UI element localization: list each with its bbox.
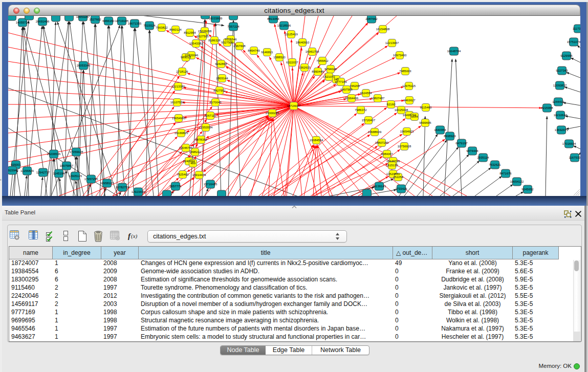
- svg-text:12093837: 12093837: [553, 84, 567, 87]
- svg-text:3624554: 3624554: [360, 92, 372, 95]
- svg-text:12213967: 12213967: [385, 41, 399, 45]
- svg-text:9115460: 9115460: [420, 106, 432, 109]
- svg-text:10958107: 10958107: [100, 182, 114, 185]
- svg-text:12353594: 12353594: [199, 126, 213, 129]
- svg-text:7485003: 7485003: [399, 70, 411, 73]
- svg-text:16782759: 16782759: [116, 186, 129, 189]
- svg-text:16033809: 16033809: [209, 17, 223, 20]
- svg-text:10719185: 10719185: [115, 19, 129, 23]
- svg-text:10654122: 10654122: [510, 180, 524, 183]
- svg-text:10046786: 10046786: [179, 146, 193, 149]
- svg-text:10973493: 10973493: [393, 54, 407, 57]
- svg-text:9474444: 9474444: [466, 149, 478, 152]
- svg-text:18724007: 18724007: [287, 104, 301, 107]
- svg-text:12923446: 12923446: [132, 190, 145, 193]
- svg-text:9146821: 9146821: [261, 51, 273, 54]
- svg-text:13692971: 13692971: [555, 128, 569, 132]
- svg-text:489: 489: [190, 162, 196, 165]
- svg-text:935001: 935001: [11, 163, 21, 166]
- svg-text:16671355: 16671355: [128, 22, 142, 25]
- svg-text:1615132: 1615132: [386, 164, 398, 167]
- svg-text:23300265: 23300265: [266, 112, 279, 115]
- svg-text:3267110: 3267110: [205, 114, 217, 117]
- svg-text:10807487: 10807487: [371, 97, 385, 100]
- svg-text:10688609: 10688609: [368, 130, 382, 134]
- svg-text:746266: 746266: [350, 84, 360, 87]
- svg-text:16107553: 16107553: [170, 101, 184, 104]
- svg-text:9242848: 9242848: [215, 62, 227, 65]
- svg-text:19384554: 19384554: [310, 139, 323, 142]
- svg-text:4170046: 4170046: [209, 101, 222, 104]
- svg-text:6497568: 6497568: [340, 88, 353, 91]
- svg-text:7357224: 7357224: [227, 25, 239, 28]
- svg-text:16648784: 16648784: [447, 50, 461, 53]
- svg-text:9657771: 9657771: [169, 185, 182, 188]
- svg-text:16961758: 16961758: [306, 50, 319, 53]
- svg-text:1640954: 1640954: [434, 128, 446, 132]
- svg-text:9245652: 9245652: [521, 188, 534, 191]
- svg-text:20364436: 20364436: [345, 97, 359, 100]
- svg-text:20691406: 20691406: [36, 20, 50, 23]
- svg-text:8215958: 8215958: [541, 106, 553, 110]
- svg-text:1145194: 1145194: [53, 172, 66, 175]
- svg-text:(x): (x): [131, 233, 138, 239]
- svg-text:7986372: 7986372: [355, 108, 367, 112]
- svg-text:15720407: 15720407: [362, 119, 376, 122]
- svg-text:8938923: 8938923: [444, 135, 456, 138]
- svg-text:16914479: 16914479: [192, 173, 206, 177]
- svg-text:9544: 9544: [411, 115, 418, 118]
- svg-text:2087662: 2087662: [365, 17, 378, 20]
- svg-text:15716485: 15716485: [204, 183, 217, 186]
- svg-text:252254: 252254: [393, 176, 404, 179]
- svg-text:10543382: 10543382: [189, 42, 203, 45]
- svg-text:16154808: 16154808: [376, 28, 390, 31]
- svg-text:1117347: 1117347: [573, 27, 580, 30]
- svg-text:8454749: 8454749: [248, 49, 260, 52]
- svg-text:7632621: 7632621: [489, 163, 501, 166]
- svg-text:1562615: 1562615: [298, 66, 311, 69]
- svg-text:17957255: 17957255: [84, 178, 98, 181]
- svg-text:1244419: 1244419: [552, 100, 564, 103]
- svg-text:10653287: 10653287: [76, 16, 90, 18]
- svg-text:8912954: 8912954: [184, 31, 196, 34]
- svg-text:8813054: 8813054: [267, 17, 279, 20]
- svg-text:16120746: 16120746: [386, 160, 400, 163]
- svg-text:17359928: 17359928: [70, 150, 83, 154]
- svg-text:12942737: 12942737: [36, 171, 50, 174]
- svg-text:6794028: 6794028: [324, 68, 337, 71]
- svg-text:20053346: 20053346: [77, 64, 91, 67]
- svg-text:10025438: 10025438: [395, 108, 408, 112]
- svg-text:9327505: 9327505: [197, 35, 209, 38]
- svg-text:17016504: 17016504: [562, 142, 576, 145]
- svg-text:2803144: 2803144: [216, 77, 228, 80]
- svg-text:6322037: 6322037: [286, 61, 298, 64]
- svg-text:62160: 62160: [387, 103, 396, 106]
- svg-text:9129996: 9129996: [560, 54, 573, 57]
- svg-text:9777169: 9777169: [335, 80, 347, 83]
- svg-text:12975115: 12975115: [402, 84, 416, 87]
- svg-text:2718126: 2718126: [176, 70, 188, 73]
- svg-text:16210643: 16210643: [554, 114, 568, 117]
- svg-text:1588520: 1588520: [273, 56, 286, 59]
- svg-text:6466160: 6466160: [102, 19, 115, 23]
- svg-text:12905115: 12905115: [69, 174, 82, 178]
- svg-text:19218506: 19218506: [277, 24, 291, 27]
- svg-text:9699695: 9699695: [419, 121, 431, 124]
- svg-text:9327508: 9327508: [221, 41, 233, 44]
- svg-text:10756928: 10756928: [398, 145, 411, 148]
- svg-text:3498222: 3498222: [189, 150, 201, 154]
- svg-text:19654923: 19654923: [400, 130, 414, 133]
- svg-text:8660124: 8660124: [169, 28, 182, 31]
- svg-text:6479197: 6479197: [455, 142, 468, 145]
- svg-text:15751074: 15751074: [567, 40, 580, 43]
- svg-text:2367608: 2367608: [233, 45, 246, 48]
- svg-text:1733426: 1733426: [395, 187, 407, 190]
- svg-text:11125419: 11125419: [285, 33, 298, 36]
- svg-text:8990448: 8990448: [312, 70, 324, 73]
- svg-text:9463627: 9463627: [403, 99, 416, 102]
- svg-text:2935114: 2935114: [477, 156, 490, 159]
- svg-text:8427552: 8427552: [213, 89, 226, 92]
- svg-text:19654985: 19654985: [172, 117, 186, 120]
- svg-text:7955812: 7955812: [316, 59, 329, 62]
- svg-text:14136141: 14136141: [373, 185, 386, 188]
